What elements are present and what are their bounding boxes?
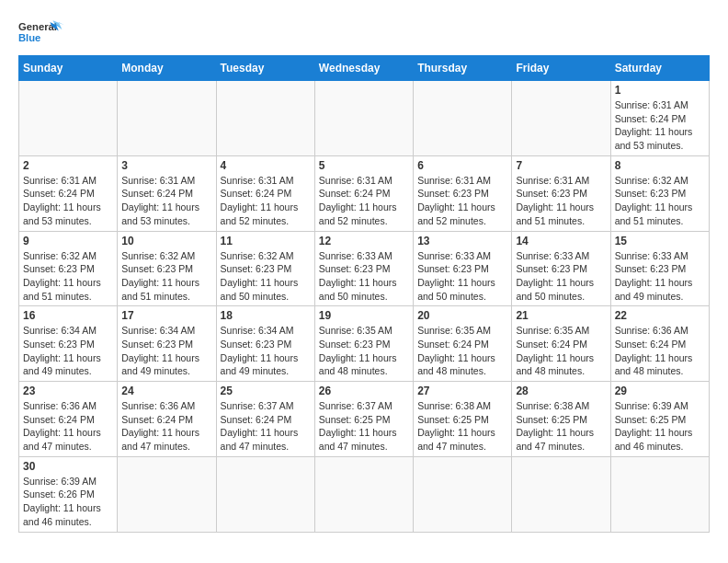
calendar-cell: 13Sunrise: 6:33 AM Sunset: 6:23 PM Dayli…	[414, 231, 512, 306]
calendar-cell: 9Sunrise: 6:32 AM Sunset: 6:23 PM Daylig…	[19, 231, 118, 306]
week-row-1: 2Sunrise: 6:31 AM Sunset: 6:24 PM Daylig…	[19, 155, 710, 231]
day-info: Sunrise: 6:33 AM Sunset: 6:23 PM Dayligh…	[319, 249, 409, 304]
day-info: Sunrise: 6:35 AM Sunset: 6:23 PM Dayligh…	[319, 324, 409, 378]
day-number: 19	[319, 309, 409, 322]
header: General Blue	[18, 18, 710, 46]
day-number: 11	[221, 235, 311, 247]
calendar-cell: 23Sunrise: 6:36 AM Sunset: 6:24 PM Dayli…	[19, 382, 118, 457]
day-number: 29	[615, 385, 705, 397]
calendar-cell: 25Sunrise: 6:37 AM Sunset: 6:24 PM Dayli…	[216, 382, 314, 457]
calendar-cell	[216, 81, 314, 156]
calendar-cell: 19Sunrise: 6:35 AM Sunset: 6:23 PM Dayli…	[314, 306, 413, 382]
day-info: Sunrise: 6:31 AM Sunset: 6:24 PM Dayligh…	[615, 98, 705, 153]
day-info: Sunrise: 6:39 AM Sunset: 6:26 PM Dayligh…	[23, 475, 113, 529]
calendar-cell: 12Sunrise: 6:33 AM Sunset: 6:23 PM Dayli…	[314, 231, 413, 306]
day-info: Sunrise: 6:32 AM Sunset: 6:23 PM Dayligh…	[121, 249, 211, 304]
calendar-cell: 22Sunrise: 6:36 AM Sunset: 6:24 PM Dayli…	[610, 306, 709, 382]
svg-text:Blue: Blue	[18, 32, 40, 43]
calendar-cell	[118, 81, 216, 156]
day-number: 18	[221, 309, 311, 322]
day-info: Sunrise: 6:33 AM Sunset: 6:23 PM Dayligh…	[615, 249, 705, 304]
day-number: 9	[23, 235, 113, 247]
calendar-cell	[512, 81, 610, 156]
day-info: Sunrise: 6:38 AM Sunset: 6:25 PM Dayligh…	[417, 399, 507, 454]
day-info: Sunrise: 6:31 AM Sunset: 6:24 PM Dayligh…	[221, 174, 311, 228]
calendar-cell: 7Sunrise: 6:31 AM Sunset: 6:23 PM Daylig…	[512, 155, 610, 231]
day-info: Sunrise: 6:36 AM Sunset: 6:24 PM Dayligh…	[615, 324, 705, 378]
day-info: Sunrise: 6:35 AM Sunset: 6:24 PM Dayligh…	[516, 324, 606, 378]
calendar-cell: 10Sunrise: 6:32 AM Sunset: 6:23 PM Dayli…	[118, 231, 216, 306]
calendar-cell	[512, 456, 610, 532]
week-row-0: 1Sunrise: 6:31 AM Sunset: 6:24 PM Daylig…	[19, 81, 710, 156]
day-number: 17	[121, 309, 211, 322]
day-number: 6	[417, 159, 507, 172]
day-number: 14	[516, 235, 606, 247]
day-info: Sunrise: 6:31 AM Sunset: 6:24 PM Dayligh…	[319, 174, 409, 228]
day-header-thursday: Thursday	[414, 56, 512, 81]
logo-icon: General Blue	[18, 18, 64, 46]
day-info: Sunrise: 6:31 AM Sunset: 6:23 PM Dayligh…	[417, 174, 507, 228]
calendar-cell: 4Sunrise: 6:31 AM Sunset: 6:24 PM Daylig…	[216, 155, 314, 231]
day-number: 2	[23, 159, 113, 172]
day-number: 15	[615, 235, 705, 247]
day-info: Sunrise: 6:38 AM Sunset: 6:25 PM Dayligh…	[516, 399, 606, 454]
day-header-friday: Friday	[512, 56, 610, 81]
day-number: 20	[417, 309, 507, 322]
day-info: Sunrise: 6:34 AM Sunset: 6:23 PM Dayligh…	[121, 324, 211, 378]
day-number: 13	[417, 235, 507, 247]
day-number: 28	[516, 385, 606, 397]
day-info: Sunrise: 6:32 AM Sunset: 6:23 PM Dayligh…	[615, 174, 705, 228]
calendar-cell	[314, 81, 413, 156]
day-number: 26	[319, 385, 409, 397]
day-header-saturday: Saturday	[610, 56, 709, 81]
calendar-cell: 27Sunrise: 6:38 AM Sunset: 6:25 PM Dayli…	[414, 382, 512, 457]
day-number: 5	[319, 159, 409, 172]
calendar-cell	[19, 81, 118, 156]
day-number: 30	[23, 460, 113, 473]
day-info: Sunrise: 6:36 AM Sunset: 6:24 PM Dayligh…	[121, 399, 211, 454]
day-header-sunday: Sunday	[19, 56, 118, 81]
calendar-cell	[414, 81, 512, 156]
day-info: Sunrise: 6:37 AM Sunset: 6:25 PM Dayligh…	[319, 399, 409, 454]
day-number: 23	[23, 385, 113, 397]
day-info: Sunrise: 6:33 AM Sunset: 6:23 PM Dayligh…	[516, 249, 606, 304]
calendar-cell: 16Sunrise: 6:34 AM Sunset: 6:23 PM Dayli…	[19, 306, 118, 382]
day-number: 1	[615, 84, 705, 97]
calendar-cell	[314, 456, 413, 532]
calendar-cell: 21Sunrise: 6:35 AM Sunset: 6:24 PM Dayli…	[512, 306, 610, 382]
calendar-cell	[118, 456, 216, 532]
calendar-cell: 1Sunrise: 6:31 AM Sunset: 6:24 PM Daylig…	[610, 81, 709, 156]
calendar-cell: 3Sunrise: 6:31 AM Sunset: 6:24 PM Daylig…	[118, 155, 216, 231]
day-info: Sunrise: 6:32 AM Sunset: 6:23 PM Dayligh…	[221, 249, 311, 304]
day-number: 12	[319, 235, 409, 247]
calendar-cell: 28Sunrise: 6:38 AM Sunset: 6:25 PM Dayli…	[512, 382, 610, 457]
calendar-container: General Blue SundayMondayTuesdayWednesda…	[0, 0, 728, 563]
calendar-cell	[414, 456, 512, 532]
day-header-monday: Monday	[118, 56, 216, 81]
day-number: 25	[221, 385, 311, 397]
day-header-tuesday: Tuesday	[216, 56, 314, 81]
calendar-cell: 17Sunrise: 6:34 AM Sunset: 6:23 PM Dayli…	[118, 306, 216, 382]
day-header-wednesday: Wednesday	[314, 56, 413, 81]
week-row-4: 23Sunrise: 6:36 AM Sunset: 6:24 PM Dayli…	[19, 382, 710, 457]
day-info: Sunrise: 6:31 AM Sunset: 6:24 PM Dayligh…	[121, 174, 211, 228]
calendar-cell	[216, 456, 314, 532]
day-info: Sunrise: 6:33 AM Sunset: 6:23 PM Dayligh…	[417, 249, 507, 304]
week-row-2: 9Sunrise: 6:32 AM Sunset: 6:23 PM Daylig…	[19, 231, 710, 306]
calendar-cell	[610, 456, 709, 532]
day-info: Sunrise: 6:36 AM Sunset: 6:24 PM Dayligh…	[23, 399, 113, 454]
week-row-5: 30Sunrise: 6:39 AM Sunset: 6:26 PM Dayli…	[19, 456, 710, 532]
week-row-3: 16Sunrise: 6:34 AM Sunset: 6:23 PM Dayli…	[19, 306, 710, 382]
calendar-cell: 14Sunrise: 6:33 AM Sunset: 6:23 PM Dayli…	[512, 231, 610, 306]
day-number: 7	[516, 159, 606, 172]
day-info: Sunrise: 6:31 AM Sunset: 6:23 PM Dayligh…	[516, 174, 606, 228]
day-info: Sunrise: 6:32 AM Sunset: 6:23 PM Dayligh…	[23, 249, 113, 304]
day-number: 22	[615, 309, 705, 322]
day-number: 4	[221, 159, 311, 172]
day-info: Sunrise: 6:35 AM Sunset: 6:24 PM Dayligh…	[417, 324, 507, 378]
day-number: 10	[121, 235, 211, 247]
calendar-cell: 18Sunrise: 6:34 AM Sunset: 6:23 PM Dayli…	[216, 306, 314, 382]
calendar-cell: 11Sunrise: 6:32 AM Sunset: 6:23 PM Dayli…	[216, 231, 314, 306]
day-number: 27	[417, 385, 507, 397]
day-number: 16	[23, 309, 113, 322]
